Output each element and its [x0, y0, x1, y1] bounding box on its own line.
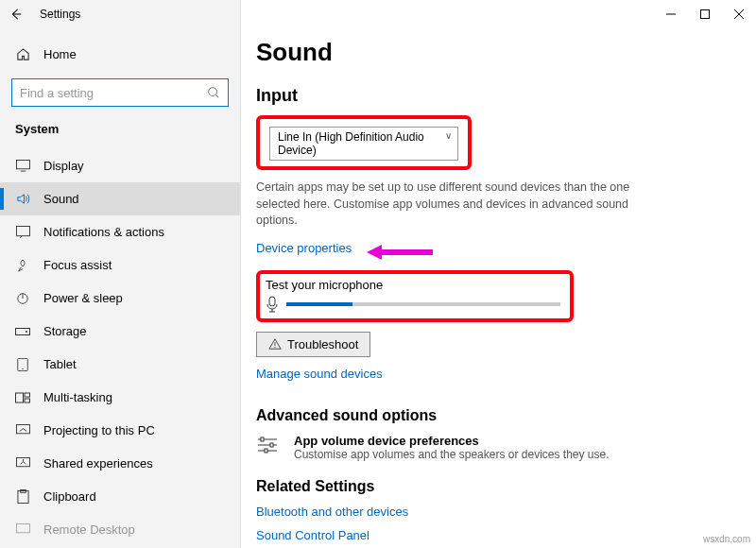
sidebar-item-projecting[interactable]: Projecting to this PC [0, 414, 240, 447]
clipboard-icon [15, 489, 30, 504]
sidebar-item-multitasking[interactable]: Multi-tasking [0, 381, 240, 414]
annotation-red-box-1: Choose your input device Line In (High D… [256, 115, 472, 170]
svg-point-6 [26, 331, 27, 333]
svg-rect-5 [16, 328, 30, 334]
shared-icon [15, 457, 30, 470]
notifications-icon [15, 226, 30, 238]
microphone-level-meter [286, 302, 560, 306]
sidebar-item-label: Storage [43, 324, 87, 338]
svg-point-1 [209, 88, 217, 96]
page-title: Sound [256, 38, 731, 67]
sidebar-item-label: Tablet [43, 357, 77, 371]
svg-rect-20 [270, 443, 273, 447]
sidebar-item-power-sleep[interactable]: Power & sleep [0, 282, 240, 315]
sidebar-item-label: Notifications & actions [43, 225, 164, 239]
svg-rect-2 [16, 160, 29, 168]
remote-icon [15, 523, 30, 536]
sidebar-item-storage[interactable]: Storage [0, 315, 240, 348]
svg-rect-21 [265, 449, 267, 453]
home-icon [15, 47, 30, 61]
window-title: Settings [40, 8, 80, 21]
watermark: wsxdn.com [703, 534, 750, 544]
annotation-arrow [367, 246, 433, 259]
section-related: Related Settings [256, 478, 731, 495]
tablet-icon [15, 358, 30, 371]
display-icon [15, 160, 30, 172]
sidebar-item-clipboard[interactable]: Clipboard [0, 480, 240, 513]
input-description: Certain apps may be set up to use differ… [256, 180, 672, 230]
device-properties-link[interactable]: Device properties [256, 241, 352, 255]
svg-point-18 [274, 347, 275, 348]
troubleshoot-button[interactable]: Troubleshoot [256, 332, 370, 357]
sidebar-item-display[interactable]: Display [0, 149, 240, 182]
sidebar-item-shared-experiences[interactable]: Shared experiences [0, 447, 240, 480]
sidebar: Home System Display Sound Notifications … [0, 0, 241, 548]
section-input: Input [256, 86, 731, 106]
sound-icon [15, 192, 30, 206]
sidebar-item-label: Shared experiences [43, 456, 153, 471]
sidebar-item-label: Projecting to this PC [43, 423, 155, 437]
link-bluetooth-devices[interactable]: Bluetooth and other devices [256, 505, 408, 519]
sidebar-item-notifications[interactable]: Notifications & actions [0, 215, 240, 248]
sidebar-item-label: Display [43, 159, 84, 173]
app-volume-preferences[interactable]: App volume device preferences Customise … [256, 434, 731, 461]
svg-rect-9 [16, 393, 24, 402]
pref-sub: Customise app volumes and the speakers o… [294, 448, 610, 461]
microphone-icon [266, 296, 279, 313]
warning-icon [268, 337, 282, 351]
sidebar-item-label: Remote Desktop [43, 522, 135, 537]
manage-sound-devices-link[interactable]: Manage sound devices [256, 367, 383, 381]
close-button[interactable] [722, 0, 756, 28]
svg-rect-16 [16, 523, 29, 532]
multitasking-icon [15, 392, 30, 403]
svg-rect-3 [16, 226, 29, 235]
sliders-icon [256, 434, 281, 454]
svg-rect-19 [261, 437, 264, 441]
test-microphone-label: Test your microphone [266, 278, 560, 292]
projecting-icon [15, 424, 30, 437]
sidebar-home-label: Home [43, 47, 77, 61]
power-icon [15, 292, 30, 305]
sidebar-item-focus-assist[interactable]: Focus assist [0, 248, 240, 282]
svg-rect-15 [20, 490, 26, 493]
sidebar-item-label: Focus assist [43, 258, 112, 272]
search-icon [207, 86, 220, 99]
svg-rect-17 [269, 297, 275, 306]
svg-rect-0 [701, 10, 710, 19]
input-device-dropdown[interactable]: Line In (High Definition Audio Device) [269, 127, 458, 161]
storage-icon [15, 328, 30, 335]
sidebar-category: System [0, 120, 240, 149]
focus-assist-icon [15, 259, 30, 272]
svg-rect-10 [25, 393, 30, 397]
sidebar-item-label: Clipboard [43, 489, 96, 504]
section-advanced: Advanced sound options [256, 407, 731, 424]
minimize-button[interactable] [654, 0, 688, 28]
input-device-selected: Line In (High Definition Audio Device) [278, 130, 424, 157]
search-box[interactable] [11, 78, 229, 107]
search-input[interactable] [20, 86, 207, 100]
link-sound-control-panel[interactable]: Sound Control Panel [256, 528, 369, 542]
sidebar-item-remote-desktop[interactable]: Remote Desktop [0, 513, 240, 546]
content-pane: Sound Input Choose your input device Lin… [241, 0, 756, 548]
annotation-red-box-2: Test your microphone [256, 270, 574, 322]
back-button[interactable] [9, 8, 26, 21]
svg-point-8 [22, 368, 23, 368]
sidebar-home[interactable]: Home [0, 38, 240, 71]
sidebar-item-label: Sound [43, 192, 79, 206]
troubleshoot-label: Troubleshoot [287, 337, 358, 351]
svg-rect-11 [25, 399, 30, 402]
maximize-button[interactable] [688, 0, 722, 28]
sidebar-item-tablet[interactable]: Tablet [0, 348, 240, 381]
sidebar-item-label: Power & sleep [43, 291, 123, 305]
sidebar-item-label: Multi-tasking [43, 390, 112, 404]
pref-title: App volume device preferences [294, 434, 610, 448]
sidebar-item-sound[interactable]: Sound [0, 182, 240, 215]
